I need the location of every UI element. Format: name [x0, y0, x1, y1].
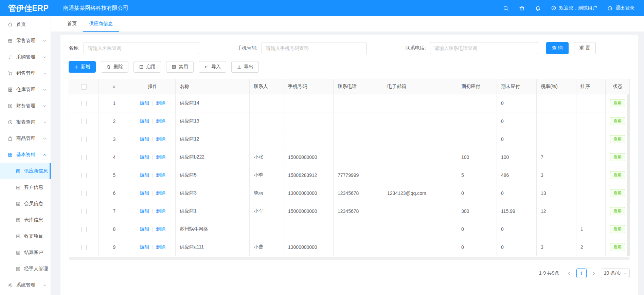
tab-supplier-info[interactable]: 供应商信息 — [83, 16, 119, 32]
sidebar-subitem-warehouse-info[interactable]: 仓库信息 — [0, 212, 51, 228]
sidebar-item-retail[interactable]: 零售管理 — [0, 33, 51, 49]
logout-button[interactable]: 退出登录 — [607, 5, 634, 11]
disable-button[interactable]: 禁用 — [166, 61, 194, 73]
edit-link[interactable]: 编辑 — [140, 136, 149, 142]
sidebar-subitem-customer-info[interactable]: 客户信息 — [0, 179, 51, 196]
enable-button[interactable]: 启用 — [133, 61, 161, 73]
status-badge[interactable]: 启用 — [610, 99, 625, 107]
sidebar-item-label: 首页 — [16, 21, 26, 27]
status-badge[interactable]: 启用 — [610, 153, 625, 161]
sidebar-item-label: 基本资料 — [16, 152, 35, 158]
delete-link[interactable]: 删除 — [156, 154, 165, 160]
sidebar-item-warehouse[interactable]: 仓库管理 — [0, 81, 51, 98]
sidebar-item-home[interactable]: 首页 — [0, 16, 51, 33]
sidebar-subitem-handler-management[interactable]: 经手人管理 — [0, 261, 51, 277]
cell-sort: 1 — [576, 220, 606, 238]
delete-link[interactable]: 删除 — [156, 136, 165, 142]
row-checkbox[interactable] — [81, 245, 87, 250]
vertical-scrollbar[interactable] — [627, 94, 630, 256]
sidebar-subitem-income-expense[interactable]: 收支项目 — [0, 228, 51, 244]
status-badge[interactable]: 启用 — [610, 207, 625, 215]
delete-link[interactable]: 删除 — [156, 100, 165, 106]
row-checkbox[interactable] — [81, 191, 87, 196]
row-select-cell — [69, 130, 99, 148]
sidebar-subitem-member-info[interactable]: 会员信息 — [0, 196, 51, 212]
row-checkbox[interactable] — [81, 101, 87, 106]
chevron-down-icon — [43, 39, 47, 43]
sidebar-item-basic-data[interactable]: 基本资料 — [0, 147, 51, 163]
row-checkbox[interactable] — [81, 209, 87, 214]
header-tel: 联系电话 — [334, 79, 383, 94]
status-badge[interactable]: 启用 — [610, 225, 625, 233]
row-checkbox[interactable] — [81, 119, 87, 124]
row-checkbox[interactable] — [81, 155, 87, 160]
edit-link[interactable]: 编辑 — [140, 226, 149, 232]
gear-icon — [7, 282, 13, 288]
sidebar-item-system[interactable]: 系统管理 — [0, 277, 51, 293]
delete-link[interactable]: 删除 — [156, 244, 165, 250]
name-search-input[interactable] — [84, 42, 199, 54]
row-actions: 编辑|删除 — [130, 220, 176, 238]
edit-link[interactable]: 编辑 — [140, 172, 149, 178]
header-mobile: 手机号码 — [284, 79, 334, 94]
select-all-cell — [69, 79, 99, 94]
status-badge[interactable]: 启用 — [610, 117, 625, 125]
delete-link[interactable]: 删除 — [156, 226, 165, 232]
edit-link[interactable]: 编辑 — [140, 100, 149, 106]
sidebar-subitem-settlement-account[interactable]: 结算账户 — [0, 244, 51, 261]
sidebar-item-finance[interactable]: 财务管理 — [0, 98, 51, 114]
query-button[interactable]: 查 询 — [546, 42, 569, 54]
row-checkbox[interactable] — [81, 137, 87, 142]
header-opening-payable: 期初应付 — [457, 79, 497, 94]
status-badge[interactable]: 启用 — [610, 135, 625, 143]
delete-link[interactable]: 删除 — [156, 208, 165, 214]
prev-page-button[interactable] — [565, 269, 574, 278]
horizontal-scrollbar[interactable] — [69, 257, 630, 260]
logout-icon — [607, 5, 613, 11]
tel-search-input[interactable] — [430, 42, 538, 54]
row-checkbox[interactable] — [81, 227, 87, 232]
select-all-checkbox[interactable] — [81, 84, 87, 90]
status-badge[interactable]: 启用 — [610, 171, 625, 179]
cell-contact: 晓丽 — [250, 184, 284, 202]
sidebar-subitem-supplier-info[interactable]: 供应商信息 — [0, 163, 51, 179]
edit-link[interactable]: 编辑 — [140, 154, 149, 160]
bell-icon[interactable] — [535, 5, 541, 11]
edit-link[interactable]: 编辑 — [140, 118, 149, 124]
mobile-search-input[interactable] — [262, 42, 367, 54]
edit-link[interactable]: 编辑 — [140, 190, 149, 196]
row-select-cell — [69, 148, 99, 166]
delete-button[interactable]: 删除 — [101, 61, 128, 73]
export-button[interactable]: 导出 — [231, 61, 259, 73]
list-icon — [16, 218, 21, 223]
delete-link[interactable]: 删除 — [156, 118, 165, 124]
add-button[interactable]: 新增 — [69, 61, 96, 73]
cell-name: 供应商b222 — [176, 148, 250, 166]
page-size-value: 10 条/页 — [604, 270, 621, 276]
reset-button[interactable]: 重 置 — [574, 42, 596, 54]
sidebar-subitem-label: 客户信息 — [24, 184, 43, 190]
delete-link[interactable]: 删除 — [156, 190, 165, 196]
page-number-1[interactable]: 1 — [576, 269, 587, 278]
edit-link[interactable]: 编辑 — [140, 208, 149, 214]
sidebar-item-reports[interactable]: 报表查询 — [0, 114, 51, 130]
search-icon[interactable] — [503, 5, 509, 11]
sidebar-item-purchase[interactable]: 采购管理 — [0, 49, 51, 65]
import-button[interactable]: 导入 — [199, 61, 226, 73]
page-size-select[interactable]: 10 条/页 — [601, 269, 630, 278]
edit-link[interactable]: 编辑 — [140, 244, 149, 250]
cell-mobile: 13000000000 — [284, 238, 334, 256]
row-checkbox[interactable] — [81, 173, 87, 178]
cell-closing-payable: 100 — [497, 148, 537, 166]
cell-opening-payable — [457, 94, 497, 112]
tab-home[interactable]: 首页 — [61, 16, 83, 32]
user-menu[interactable]: 欢迎您，测试用户 — [551, 5, 597, 11]
sidebar-item-sales[interactable]: 销售管理 — [0, 65, 51, 81]
status-badge[interactable]: 启用 — [610, 243, 625, 251]
next-page-button[interactable] — [589, 269, 598, 278]
delete-link[interactable]: 删除 — [156, 172, 165, 178]
sidebar-item-products[interactable]: 商品管理 — [0, 130, 51, 147]
bank-icon[interactable] — [519, 5, 525, 11]
status-badge[interactable]: 启用 — [610, 189, 625, 197]
cell-email — [383, 148, 457, 166]
